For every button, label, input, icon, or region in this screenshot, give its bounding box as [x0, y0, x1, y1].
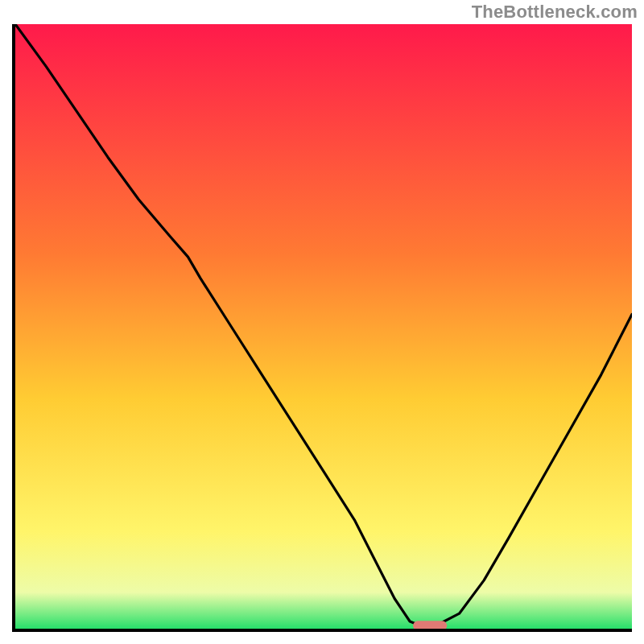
watermark-text: TheBottleneck.com	[472, 2, 638, 23]
optimal-range-marker	[413, 621, 447, 629]
chart-plot-area	[12, 24, 632, 632]
heat-gradient-background	[15, 24, 632, 629]
chart-svg	[15, 24, 632, 629]
chart-stage: TheBottleneck.com	[0, 0, 644, 644]
